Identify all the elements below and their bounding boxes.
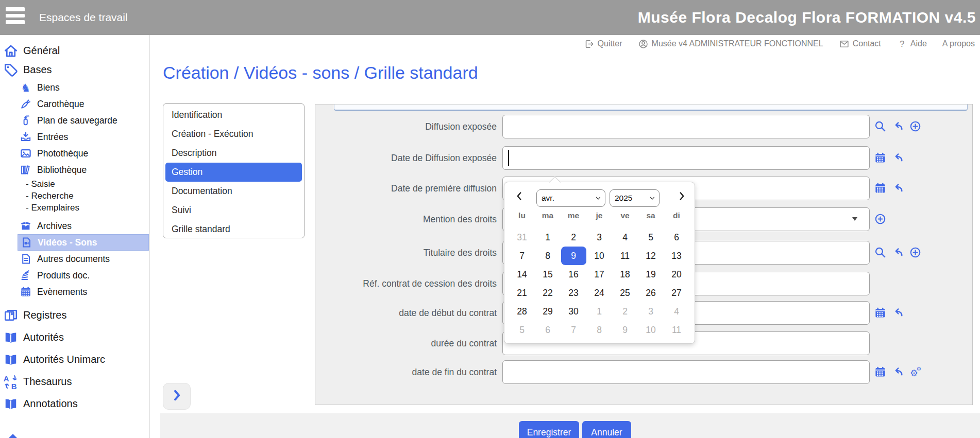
day-cell[interactable]: 28 <box>509 302 535 321</box>
calendar-icon[interactable] <box>874 365 887 378</box>
tab-grille-standard[interactable]: Grille standard <box>163 220 304 239</box>
plus-circle-icon[interactable] <box>909 246 922 259</box>
a-propos-link[interactable]: A propos <box>942 39 975 48</box>
undo-icon[interactable] <box>891 246 904 259</box>
sidebar-item-phototheque[interactable]: Photothèque <box>18 145 149 162</box>
sidebar-item-archives[interactable]: Archives <box>18 218 149 234</box>
month-select[interactable]: avr. <box>536 189 605 207</box>
day-cell[interactable]: 3 <box>638 302 664 321</box>
search-icon[interactable] <box>874 120 887 133</box>
cancel-button[interactable]: Annuler <box>582 421 631 438</box>
tab-creation-execution[interactable]: Création - Exécution <box>163 125 304 144</box>
selected-day-cell[interactable]: 9 <box>561 247 586 265</box>
calendar-icon[interactable] <box>874 306 887 319</box>
day-cell[interactable]: 11 <box>664 321 689 339</box>
workspace-label[interactable]: Espaces de travail <box>39 0 128 35</box>
undo-icon[interactable] <box>891 182 904 195</box>
gears-icon[interactable]: ⚙⚙ <box>909 365 922 378</box>
tab-gestion[interactable]: Gestion <box>165 163 302 182</box>
day-cell[interactable]: 30 <box>561 302 586 321</box>
tab-description[interactable]: Description <box>163 144 304 163</box>
day-cell[interactable]: 1 <box>586 302 612 321</box>
day-cell[interactable]: 19 <box>638 265 664 284</box>
day-cell[interactable]: 31 <box>509 228 535 247</box>
calendar-icon[interactable] <box>874 151 887 164</box>
contact-link[interactable]: Contact <box>839 39 881 49</box>
day-cell[interactable]: 12 <box>638 247 664 265</box>
day-cell[interactable]: 5 <box>509 321 535 339</box>
day-cell[interactable]: 13 <box>664 247 689 265</box>
sidebar-item-recherche[interactable]: - Recherche <box>26 190 149 202</box>
day-cell[interactable]: 6 <box>535 321 561 339</box>
tab-suivi[interactable]: Suivi <box>163 201 304 220</box>
day-cell[interactable]: 7 <box>509 247 535 265</box>
day-cell[interactable]: 15 <box>535 265 561 284</box>
sidebar-item-exemplaires[interactable]: - Exemplaires <box>26 202 149 214</box>
next-month-button[interactable] <box>676 190 687 204</box>
day-cell[interactable]: 24 <box>586 284 612 302</box>
day-cell[interactable]: 22 <box>535 284 561 302</box>
date-de-diffusion-exposee-input[interactable] <box>502 146 870 170</box>
undo-icon[interactable] <box>891 120 904 133</box>
dropdown-caret-icon[interactable] <box>852 217 857 221</box>
aide-link[interactable]: ? Aide <box>897 39 927 49</box>
undo-icon[interactable] <box>891 306 904 319</box>
day-cell[interactable]: 8 <box>586 321 612 339</box>
sidebar-item-biens[interactable]: ♞Biens <box>18 79 149 96</box>
day-cell[interactable]: 2 <box>561 228 586 247</box>
sidebar-item-autorites[interactable]: Autorités <box>3 326 149 348</box>
day-cell[interactable]: 26 <box>638 284 664 302</box>
sidebar-item-videos-sons[interactable]: Vidéos - Sons <box>18 234 149 251</box>
day-cell[interactable]: 29 <box>535 302 561 321</box>
calendar-icon[interactable] <box>874 182 887 195</box>
day-cell[interactable]: 2 <box>612 302 638 321</box>
day-cell[interactable]: 10 <box>586 247 612 265</box>
sidebar-item-entrees[interactable]: Entrées <box>18 129 149 145</box>
day-cell[interactable]: 11 <box>612 247 638 265</box>
tab-documentation[interactable]: Documentation <box>163 182 304 201</box>
day-cell[interactable]: 27 <box>664 284 689 302</box>
sidebar-item-produits-doc[interactable]: Produits doc. <box>18 267 149 284</box>
sidebar-item-general[interactable]: Général <box>3 41 149 60</box>
day-cell[interactable]: 14 <box>509 265 535 284</box>
diffusion-exposee-input[interactable] <box>502 115 870 138</box>
sidebar-item-plan-de-sauvegarde[interactable]: Plan de sauvegarde <box>18 112 149 129</box>
user-menu[interactable]: Musée v4 ADMINISTRATEUR FONCTIONNEL <box>638 39 823 49</box>
sidebar-item-saisie[interactable]: - Saisie <box>26 178 149 190</box>
day-cell[interactable]: 1 <box>535 228 561 247</box>
day-cell[interactable]: 18 <box>612 265 638 284</box>
save-button[interactable]: Enregistrer <box>519 421 579 438</box>
day-cell[interactable]: 10 <box>638 321 664 339</box>
plus-circle-icon[interactable] <box>874 213 887 225</box>
sidebar-item-carotheque[interactable]: Carothèque <box>18 96 149 112</box>
day-cell[interactable]: 4 <box>612 228 638 247</box>
sidebar-item-evenements[interactable]: Evènements <box>18 284 149 300</box>
day-cell[interactable]: 6 <box>664 228 689 247</box>
day-cell[interactable]: 16 <box>561 265 586 284</box>
day-cell[interactable]: 5 <box>638 228 664 247</box>
sidebar-item-bibliotheque[interactable]: Bibliothèque <box>18 162 149 178</box>
sidebar-item-autorites-unimarc[interactable]: Autorités Unimarc <box>3 348 149 371</box>
day-cell[interactable]: 23 <box>561 284 586 302</box>
hamburger-menu-icon[interactable] <box>6 7 25 25</box>
sidebar-item-bases[interactable]: Bases <box>3 60 149 79</box>
day-cell[interactable]: 4 <box>664 302 689 321</box>
tab-identification[interactable]: Identification <box>163 106 304 125</box>
day-cell[interactable]: 8 <box>535 247 561 265</box>
day-cell[interactable]: 7 <box>561 321 586 339</box>
quitter-link[interactable]: Quitter <box>584 39 622 49</box>
day-cell[interactable]: 25 <box>612 284 638 302</box>
day-cell[interactable]: 20 <box>664 265 689 284</box>
day-cell[interactable]: 3 <box>586 228 612 247</box>
day-cell[interactable]: 9 <box>612 321 638 339</box>
day-cell[interactable]: 21 <box>509 284 535 302</box>
undo-icon[interactable] <box>891 365 904 378</box>
undo-icon[interactable] <box>891 151 904 164</box>
sidebar-item-registres[interactable]: Registres <box>3 304 149 326</box>
date-de-fin-du-contrat-input[interactable] <box>502 360 870 384</box>
plus-circle-icon[interactable] <box>909 120 922 133</box>
sidebar-item-thesaurus[interactable]: ABThesaurus <box>3 371 149 393</box>
year-select[interactable]: 2025 <box>610 189 660 207</box>
day-cell[interactable]: 17 <box>586 265 612 284</box>
collapse-panel-button[interactable] <box>163 383 191 410</box>
